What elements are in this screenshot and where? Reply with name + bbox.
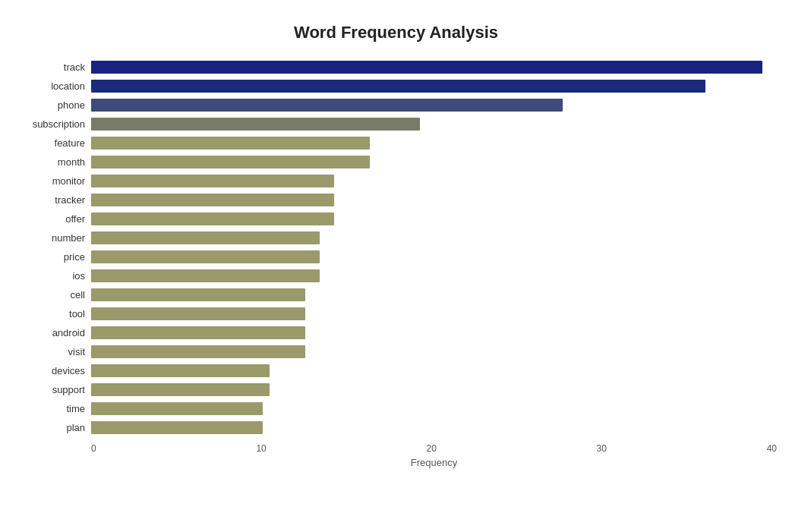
bar-fill <box>91 345 305 359</box>
bar-row: monitor <box>15 172 777 190</box>
bar-fill <box>91 175 334 188</box>
bar-fill <box>91 212 334 226</box>
bar-row: offer <box>15 209 777 228</box>
bar-track <box>91 288 777 302</box>
x-axis-labels: 010203040 <box>91 443 777 454</box>
x-axis: 010203040 <box>15 443 777 454</box>
bar-label: subscription <box>15 118 91 130</box>
bar-label: android <box>15 327 91 338</box>
bar-label: number <box>15 232 91 244</box>
bar-label: support <box>15 384 91 395</box>
x-tick-label: 0 <box>91 443 96 454</box>
bar-label: time <box>15 403 91 414</box>
bar-track <box>91 137 777 150</box>
x-tick-label: 30 <box>597 443 607 454</box>
bar-track <box>91 118 777 131</box>
bar-track <box>91 269 777 283</box>
bar-fill <box>91 118 420 131</box>
bar-fill <box>91 288 305 302</box>
bar-row: visit <box>15 342 777 361</box>
chart-container: Word Frequency Analysis tracklocationpho… <box>0 0 792 532</box>
bar-track <box>91 307 777 321</box>
bar-fill <box>91 194 334 207</box>
x-tick-label: 10 <box>256 443 266 454</box>
bar-row: cell <box>15 285 777 304</box>
bar-row: location <box>15 77 777 96</box>
bar-label: devices <box>15 365 91 376</box>
bar-fill <box>91 231 320 245</box>
bar-row: month <box>15 153 777 172</box>
bar-label: location <box>15 80 91 92</box>
bar-row: android <box>15 323 777 342</box>
bar-row: tool <box>15 304 777 323</box>
bar-fill <box>91 99 563 112</box>
bar-track <box>91 421 777 435</box>
bar-track <box>91 250 777 264</box>
bar-track <box>91 402 777 416</box>
bar-track <box>91 175 777 188</box>
bar-fill <box>91 61 762 74</box>
bar-label: cell <box>15 289 91 301</box>
bar-fill <box>91 421 263 435</box>
bar-track <box>91 345 777 359</box>
bar-label: ios <box>15 270 91 282</box>
bar-row: subscription <box>15 115 777 134</box>
bar-label: track <box>15 61 91 73</box>
bar-row: devices <box>15 361 777 380</box>
bar-row: price <box>15 247 777 266</box>
bar-fill <box>91 137 370 150</box>
bar-track <box>91 364 777 378</box>
bar-row: number <box>15 228 777 247</box>
bar-row: ios <box>15 266 777 285</box>
bar-row: support <box>15 380 777 399</box>
bar-row: plan <box>15 418 777 437</box>
bar-fill <box>91 80 705 93</box>
bar-track <box>91 194 777 207</box>
bar-fill <box>91 269 320 283</box>
bar-label: tool <box>15 308 91 320</box>
bar-row: time <box>15 399 777 418</box>
x-tick-label: 20 <box>426 443 436 454</box>
bar-row: phone <box>15 96 777 115</box>
bar-fill <box>91 364 270 378</box>
bar-row: track <box>15 58 777 77</box>
bar-label: monitor <box>15 175 91 187</box>
bar-label: phone <box>15 99 91 111</box>
bar-label: feature <box>15 137 91 149</box>
bar-fill <box>91 383 270 397</box>
bar-track <box>91 326 777 340</box>
bar-fill <box>91 402 263 416</box>
bar-label: month <box>15 156 91 168</box>
bar-track <box>91 61 777 74</box>
bar-track <box>91 99 777 112</box>
x-tick-label: 40 <box>767 443 777 454</box>
bar-row: tracker <box>15 190 777 209</box>
bar-track <box>91 383 777 397</box>
bar-fill <box>91 307 305 321</box>
bar-fill <box>91 250 320 264</box>
bar-track <box>91 156 777 169</box>
bar-label: price <box>15 251 91 263</box>
bar-label: visit <box>15 346 91 357</box>
chart-title: Word Frequency Analysis <box>15 15 777 42</box>
bar-fill <box>91 156 370 169</box>
bar-label: tracker <box>15 194 91 206</box>
bar-row: feature <box>15 134 777 153</box>
bar-label: plan <box>15 422 91 433</box>
bar-track <box>91 231 777 245</box>
bar-track <box>91 212 777 226</box>
chart-area: tracklocationphonesubscriptionfeaturemon… <box>15 58 777 468</box>
bar-fill <box>91 326 305 340</box>
x-axis-title: Frequency <box>15 457 777 468</box>
bar-track <box>91 80 777 93</box>
bar-chart: tracklocationphonesubscriptionfeaturemon… <box>15 58 777 437</box>
bar-label: offer <box>15 213 91 225</box>
